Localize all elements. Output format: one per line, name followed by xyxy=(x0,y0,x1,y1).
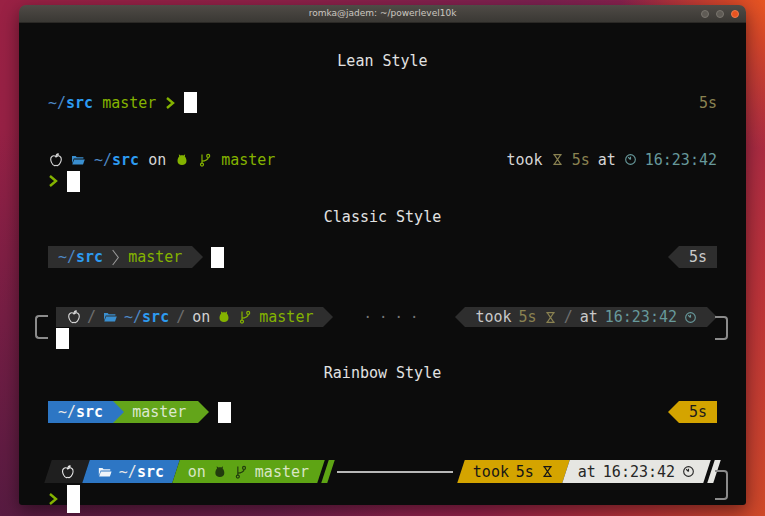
gap-dots: ···· xyxy=(333,309,455,325)
apple-logo-icon xyxy=(66,310,80,324)
git-branch-icon xyxy=(234,465,248,479)
chevron-right-icon xyxy=(48,492,58,506)
maximize-button[interactable] xyxy=(716,10,724,18)
prompt-frame-left-bracket xyxy=(35,315,48,339)
time-value: 16:23:42 xyxy=(603,463,675,481)
open-folder-icon xyxy=(98,465,112,479)
duration-value: 5s xyxy=(519,308,537,326)
powerline-arrow-icon xyxy=(323,307,333,327)
prompt-frame-right-bracket xyxy=(715,470,728,500)
dir-name: src xyxy=(112,151,139,169)
terminal-window: romka@jadem: ~/powerlevel10k Lean Style … xyxy=(19,5,746,505)
block-cursor xyxy=(211,247,224,268)
hourglass-icon xyxy=(544,311,557,324)
git-branch-name: master xyxy=(132,403,188,421)
rainbow-prompt-2-line-2 xyxy=(19,484,746,514)
duration-value: 5s xyxy=(516,463,534,481)
block-cursor xyxy=(67,485,80,513)
rainbow-prompt-2-line-1: ~/src on master took 5s at 16:23:42 xyxy=(19,460,746,483)
classic-prompt-1-left: ~/src master xyxy=(48,246,224,268)
classic-status-segment: took 5s / at 16:23:42 xyxy=(465,307,707,327)
classic-prompt-2-left: / ~/src / on master xyxy=(56,307,333,327)
current-directory: ~/src xyxy=(48,94,93,112)
rainbow-prompt-2-input xyxy=(48,485,80,513)
current-directory: ~/src xyxy=(58,248,103,266)
classic-prompt-2-line-2 xyxy=(19,327,746,349)
powerline-arrow-icon xyxy=(455,307,465,327)
at-label: at xyxy=(580,308,598,326)
prompt-frame-right-bracket xyxy=(715,316,728,340)
rainbow-prompt-1: ~/src master 5s xyxy=(19,401,746,423)
git-branch-name: master xyxy=(128,248,182,266)
on-label: on xyxy=(148,151,166,169)
hourglass-icon xyxy=(541,465,554,478)
lean-prompt-2-right: took 5s at 16:23:42 xyxy=(507,151,718,169)
rainbow-time-segment: at 16:23:42 xyxy=(562,460,711,483)
lean-style-heading: Lean Style xyxy=(19,53,746,69)
duration-value: 5s xyxy=(572,151,590,169)
classic-duration-segment: 5s xyxy=(679,246,717,268)
terminal-content[interactable]: Lean Style ~/src master 5s ~/src xyxy=(19,23,746,505)
powerline-arrow-icon xyxy=(198,401,209,423)
classic-prompt-2-line-1: / ~/src / on master ···· took xyxy=(19,307,746,327)
lean-prompt-2-line-2 xyxy=(19,170,746,192)
clock-icon xyxy=(684,311,697,324)
dir-name: src xyxy=(137,463,164,481)
took-label: took xyxy=(475,308,511,326)
powerline-arrow-icon xyxy=(668,401,679,423)
powerline-arrow-icon xyxy=(668,246,679,268)
block-cursor xyxy=(184,92,197,113)
current-directory: ~/src xyxy=(119,463,164,481)
dir-name: src xyxy=(66,94,93,112)
duration-value: 5s xyxy=(689,403,707,421)
dir-prefix: ~/ xyxy=(94,151,112,169)
lean-prompt-2-input xyxy=(48,171,80,192)
took-label: took xyxy=(507,151,543,169)
at-label: at xyxy=(578,463,596,481)
lean-prompt-2-left: ~/src on master xyxy=(48,151,275,169)
dir-prefix: ~/ xyxy=(58,403,76,421)
octocat-icon xyxy=(217,310,231,324)
slash-separator: / xyxy=(176,308,185,326)
window-controls xyxy=(701,10,739,18)
git-branch-name: master xyxy=(255,463,309,481)
rainbow-style-heading: Rainbow Style xyxy=(19,365,746,381)
current-directory: ~/src xyxy=(124,308,169,326)
segment-separator-icon xyxy=(111,249,120,266)
apple-logo-icon xyxy=(60,465,74,479)
slash-separator: / xyxy=(564,308,573,326)
classic-style-title: Classic Style xyxy=(324,208,441,226)
on-label: on xyxy=(192,308,210,326)
lean-prompt-2-line-1: ~/src on master took 5s at 16:23:42 xyxy=(19,150,746,169)
current-directory: ~/src xyxy=(58,403,103,421)
rainbow-prompt-1-left: ~/src master xyxy=(48,401,231,423)
dir-prefix: ~/ xyxy=(58,248,76,266)
rainbow-style-title: Rainbow Style xyxy=(324,364,441,382)
chevron-right-icon xyxy=(48,174,58,188)
classic-context-segment: / ~/src / on master xyxy=(56,307,323,327)
classic-dir-segment: ~/src master xyxy=(48,246,192,268)
took-label: took xyxy=(473,463,509,481)
window-titlebar[interactable]: romka@jadem: ~/powerlevel10k xyxy=(19,5,746,23)
rainbow-dir-segment: ~/src xyxy=(48,401,113,423)
classic-style-heading: Classic Style xyxy=(19,209,746,225)
octocat-icon xyxy=(213,465,227,479)
at-label: at xyxy=(598,151,616,169)
dir-name: src xyxy=(76,248,103,266)
minimize-button[interactable] xyxy=(701,10,709,18)
dir-name: src xyxy=(142,308,169,326)
lean-prompt-1-right: 5s xyxy=(699,94,717,112)
block-cursor xyxy=(67,171,80,192)
git-branch-name: master xyxy=(102,94,156,112)
rainbow-git-segment: on master xyxy=(172,460,325,483)
close-button[interactable] xyxy=(731,10,739,18)
chevron-right-icon xyxy=(165,96,175,110)
duration-value: 5s xyxy=(699,94,717,112)
dir-prefix: ~/ xyxy=(124,308,142,326)
lean-prompt-1-left: ~/src master xyxy=(48,92,197,113)
powerline-arrow-icon xyxy=(192,246,203,268)
apple-logo-icon xyxy=(48,153,62,167)
git-branch-name: master xyxy=(221,151,275,169)
rainbow-duration-segment: took 5s xyxy=(457,460,570,483)
on-label: on xyxy=(188,463,206,481)
